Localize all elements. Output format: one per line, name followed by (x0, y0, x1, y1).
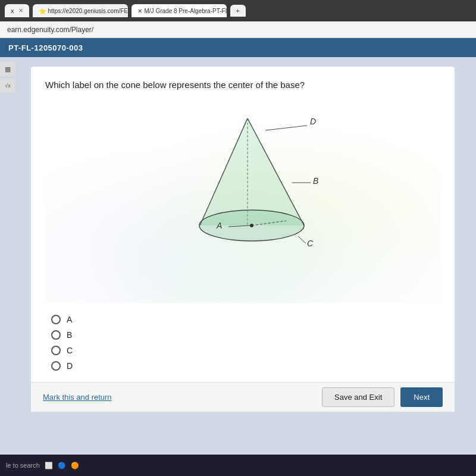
choice-A[interactable]: A (51, 315, 440, 324)
svg-point-9 (250, 224, 253, 227)
label-A: A (216, 221, 222, 230)
taskbar-icon3[interactable]: 🟠 (71, 462, 79, 469)
footer: Mark this and return Save and Exit Next (31, 382, 455, 412)
radio-D[interactable] (51, 361, 61, 371)
app-header-title: PT-FL-1205070-003 (8, 43, 83, 52)
svg-marker-3 (200, 118, 304, 226)
tab-new-label: + (236, 7, 240, 14)
choice-C-label: C (67, 346, 73, 355)
address-bar: earn.edgenuity.com/Player/ (0, 21, 476, 38)
cone-diagram: D B A C (182, 107, 384, 285)
diagram-area: D B A C (45, 101, 440, 303)
choice-D-label: D (67, 361, 73, 371)
radio-C[interactable] (51, 346, 61, 355)
taskbar-search: le to search (6, 462, 40, 469)
choice-A-label: A (67, 315, 72, 324)
tab-geniusis-favicon: ⭐ (39, 8, 46, 14)
label-C: C (307, 239, 314, 248)
choice-D[interactable]: D (51, 361, 440, 371)
next-button[interactable]: Next (400, 387, 443, 407)
tab-active[interactable]: ✕ M/J Grade 8 Pre-Algebra-PT-FL-... × (131, 4, 227, 17)
cone-svg: D B A C (182, 107, 361, 279)
calculator-icon[interactable]: ▦ (0, 62, 15, 76)
label-D: D (310, 117, 316, 126)
tab-geniusis[interactable]: ⭐ https://e2020.geniusis.com/FED × (33, 4, 128, 17)
svg-line-10 (298, 236, 306, 243)
choice-C[interactable]: C (51, 346, 440, 355)
radio-A[interactable] (51, 315, 61, 324)
mark-return-link[interactable]: Mark this and return (43, 393, 112, 402)
browser-chrome: x × ⭐ https://e2020.geniusis.com/FED × ✕… (0, 0, 476, 21)
main-content: Which label on the cone below represents… (31, 67, 455, 412)
question-text: Which label on the cone below represents… (45, 79, 440, 91)
taskbar-icon1[interactable]: ⬜ (45, 462, 53, 469)
tab-active-label: M/J Grade 8 Pre-Algebra-PT-FL-... (145, 8, 227, 14)
footer-buttons: Save and Exit Next (322, 387, 443, 407)
label-B: B (313, 176, 318, 186)
choice-B-label: B (67, 330, 72, 340)
address-text: earn.edgenuity.com/Player/ (7, 26, 93, 34)
tab-x[interactable]: x × (5, 4, 29, 17)
tab-new[interactable]: + (230, 5, 246, 17)
taskbar: le to search ⬜ 🔵 🟠 (0, 455, 476, 476)
tab-active-favicon: ✕ (137, 8, 142, 14)
save-exit-button[interactable]: Save and Exit (322, 387, 394, 407)
answer-choices: A B C D (51, 315, 440, 371)
tab-x-label: x (11, 7, 14, 14)
content-wrapper: ▦ √x Which label on the cone below repre… (0, 57, 476, 455)
choice-B[interactable]: B (51, 330, 440, 340)
radio-B[interactable] (51, 330, 61, 340)
tab-geniusis-label: https://e2020.geniusis.com/FED (48, 8, 128, 14)
tab-x-close[interactable]: × (19, 7, 23, 15)
sidebar-icons: ▦ √x (0, 62, 18, 93)
app-header: PT-FL-1205070-003 (0, 38, 476, 57)
page-wrapper: x × ⭐ https://e2020.geniusis.com/FED × ✕… (0, 0, 476, 476)
taskbar-icon2[interactable]: 🔵 (58, 462, 66, 469)
svg-line-6 (265, 126, 307, 130)
formula-icon[interactable]: √x (0, 79, 15, 93)
